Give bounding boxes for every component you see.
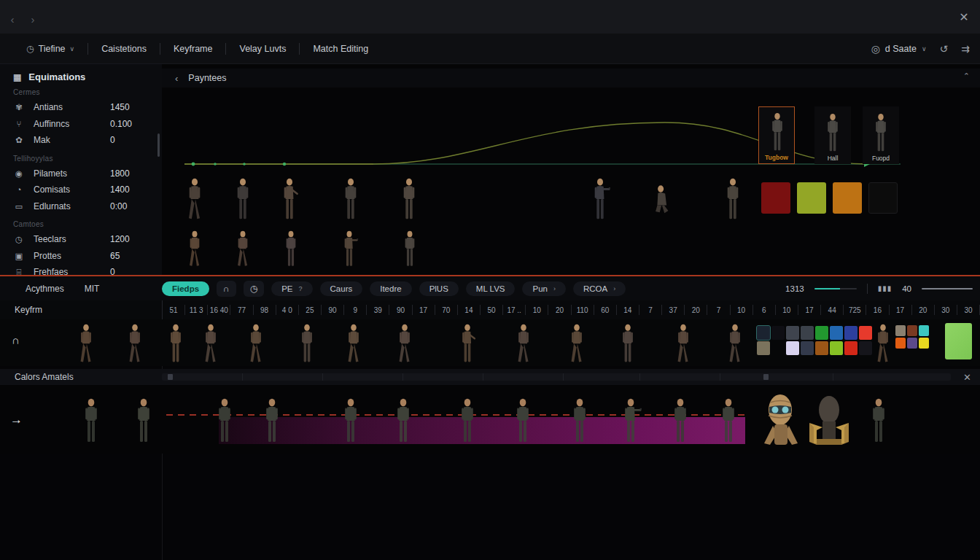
mini-swatch[interactable] (919, 338, 929, 349)
menu-item-velay-luvts[interactable]: Velay Luvts (230, 39, 295, 58)
palette-swatch[interactable] (771, 341, 785, 355)
toolbar-pill-itedre[interactable]: Itedre (370, 281, 411, 296)
character-sprite[interactable] (392, 392, 414, 451)
palette-swatch[interactable] (786, 341, 799, 355)
mini-swatch[interactable] (895, 325, 906, 336)
palette-swatch[interactable] (844, 341, 858, 355)
track-marker[interactable] (168, 374, 173, 380)
color-swatch[interactable] (868, 182, 898, 214)
sidebar-item-auffinncs[interactable]: ⑂Auffinncs0.100 (13, 116, 162, 133)
panel-toggle-icon[interactable]: ⇉ (961, 43, 970, 55)
ruler-cell[interactable]: 25 (299, 305, 322, 315)
character-sprite[interactable] (456, 392, 478, 451)
mini-swatch[interactable] (907, 325, 917, 336)
primary-mode-button[interactable]: Fiedps (162, 281, 209, 296)
marker-track[interactable] (162, 373, 951, 381)
character-sprite[interactable] (672, 324, 694, 365)
palette-swatch[interactable] (830, 341, 843, 355)
character-sprite[interactable] (669, 392, 691, 451)
ruler-cell[interactable]: 39 (367, 305, 389, 315)
palette-swatch[interactable] (859, 326, 872, 340)
menu-item-match-editing[interactable]: Match Editing (304, 39, 377, 58)
character-sprite[interactable] (133, 392, 155, 451)
mini-swatch[interactable] (919, 325, 929, 336)
character-sprite[interactable] (617, 324, 639, 365)
toolbar-pill-rcoa[interactable]: RCOA› (573, 281, 626, 296)
pose-thumbnail-tugbow[interactable]: Tugbow (758, 106, 795, 164)
close-section-icon[interactable]: ✕ (963, 372, 971, 383)
character-sprite[interactable] (394, 324, 416, 365)
color-swatch[interactable] (833, 182, 862, 214)
ruler-cell[interactable]: 6 (753, 305, 776, 315)
character-sprite[interactable] (722, 178, 744, 222)
character-sprite[interactable] (232, 178, 254, 222)
character-sprite[interactable] (340, 178, 362, 222)
close-icon[interactable]: ✕ (957, 10, 971, 25)
ruler-cell[interactable]: 20 (548, 305, 571, 315)
palette-swatch[interactable] (801, 326, 814, 340)
character-sprite[interactable] (512, 392, 534, 451)
ruler-cell[interactable]: 7 (639, 305, 662, 315)
forward-arrow-icon[interactable]: › (26, 13, 39, 26)
ruler-cell[interactable]: 17 .. (503, 305, 526, 315)
character-sprite[interactable] (200, 324, 222, 365)
character-sprite[interactable] (872, 324, 894, 365)
menu-item-tiefine[interactable]: ◷Tiefine∨ (18, 39, 83, 58)
character-sprite[interactable] (620, 392, 642, 451)
crate-bust[interactable] (806, 391, 852, 449)
character-sprite[interactable] (232, 230, 254, 268)
sidebar-item-prottes[interactable]: ▣Prottes65 (13, 248, 162, 265)
character-sprite[interactable] (80, 392, 102, 451)
character-sprite[interactable] (279, 178, 300, 222)
ruler-cell[interactable]: 14 (458, 305, 481, 315)
menu-item-keyframe[interactable]: Keyframe (165, 39, 222, 58)
selected-color-swatch[interactable] (945, 323, 972, 359)
sidebar-item-teeclars[interactable]: ◷Teeclars1200 (13, 231, 162, 248)
loop-button[interactable]: ∩ (217, 281, 236, 297)
palette-swatch[interactable] (815, 341, 828, 355)
ruler-cell[interactable]: 20 (685, 305, 707, 315)
palette-swatch[interactable] (859, 341, 872, 355)
ruler-cell[interactable]: 110 (572, 305, 594, 315)
palette-swatch[interactable] (757, 341, 770, 355)
ruler-cell[interactable]: 90 (322, 305, 344, 315)
palette-swatch[interactable] (844, 326, 858, 340)
mummy-bust[interactable] (760, 391, 802, 449)
character-sprite[interactable] (513, 324, 534, 365)
ruler-cell[interactable]: 30 (935, 305, 957, 315)
color-swatch[interactable] (797, 182, 826, 214)
character-sprite[interactable] (338, 230, 360, 268)
ruler-cell[interactable]: 16 40 (208, 305, 230, 315)
ruler-cell[interactable]: 725 (844, 305, 866, 315)
scale-slider[interactable] (922, 288, 973, 289)
character-sprite[interactable] (569, 392, 591, 451)
toolbar-pill-plus[interactable]: PlUS (419, 281, 459, 296)
sidebar-item-mak[interactable]: ✿Mak0 (13, 132, 162, 149)
mini-swatch[interactable] (895, 338, 906, 349)
character-sprite[interactable] (280, 230, 302, 268)
character-sprite[interactable] (868, 392, 890, 451)
ruler-cell[interactable]: 44 (821, 305, 844, 315)
palette-swatch[interactable] (801, 341, 814, 355)
ruler-cell[interactable]: 14 (617, 305, 639, 315)
ruler-cell[interactable]: 11 3 (185, 305, 208, 315)
pose-thumbnail-hall[interactable]: Hall (814, 106, 851, 164)
character-sprite[interactable] (456, 324, 478, 365)
mini-swatch[interactable] (907, 338, 917, 349)
ruler-cell[interactable]: 17 (798, 305, 821, 315)
clock-button[interactable]: ◷ (244, 281, 264, 297)
ruler-cell[interactable]: 98 (254, 305, 276, 315)
ruler-cell[interactable]: 77 (230, 305, 253, 315)
palette-swatch[interactable] (757, 326, 770, 340)
character-sprite[interactable] (398, 178, 420, 222)
zoom-slider[interactable] (814, 288, 857, 289)
ruler-cell[interactable]: 10 (526, 305, 548, 315)
character-sprite[interactable] (651, 178, 673, 222)
sidebar-item-antians[interactable]: ✾Antians1450 (13, 99, 162, 116)
ruler-cell[interactable]: 17 (413, 305, 435, 315)
palette-swatch[interactable] (830, 326, 843, 340)
sidebar-item-comisats[interactable]: ◔Comisats1400 (13, 182, 162, 198)
ruler-cell[interactable]: 50 (481, 305, 503, 315)
back-arrow-icon[interactable]: ‹ (6, 13, 19, 26)
ruler-cell[interactable]: 51 (163, 305, 185, 315)
